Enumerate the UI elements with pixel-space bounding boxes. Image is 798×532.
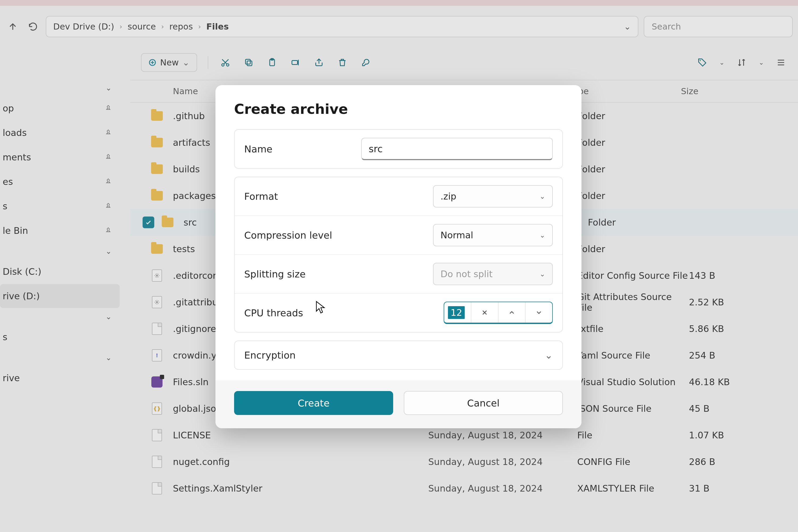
cpu-threads-spinner[interactable]: 12 (444, 302, 553, 324)
clear-icon[interactable] (471, 302, 498, 323)
name-label: Name (244, 144, 361, 155)
options-card: Format .zip ⌄ Compression level Normal ⌄… (234, 177, 563, 332)
format-select[interactable]: .zip ⌄ (433, 185, 553, 208)
chevron-down-icon[interactable] (525, 302, 552, 323)
create-archive-dialog: Create archive Name Format .zip ⌄ Compre… (215, 85, 582, 428)
chevron-down-icon: ⌄ (539, 231, 545, 239)
cpu-value: 12 (448, 306, 465, 319)
cancel-button[interactable]: Cancel (404, 391, 563, 415)
splitting-label: Splitting size (244, 269, 433, 280)
chevron-down-icon: ⌄ (539, 270, 545, 278)
name-card: Name (234, 129, 563, 169)
compression-select[interactable]: Normal ⌄ (433, 224, 553, 246)
create-button[interactable]: Create (234, 391, 393, 415)
format-label: Format (244, 191, 433, 202)
chevron-down-icon: ⌄ (545, 350, 553, 361)
chevron-down-icon: ⌄ (539, 192, 545, 200)
splitting-select[interactable]: Do not split ⌄ (433, 263, 553, 285)
cpu-label: CPU threads (244, 307, 444, 318)
compression-label: Compression level (244, 230, 433, 241)
archive-name-input[interactable] (361, 138, 553, 160)
chevron-up-icon[interactable] (498, 302, 525, 323)
encryption-expander[interactable]: Encryption ⌄ (234, 341, 563, 370)
dialog-title: Create archive (234, 101, 563, 117)
